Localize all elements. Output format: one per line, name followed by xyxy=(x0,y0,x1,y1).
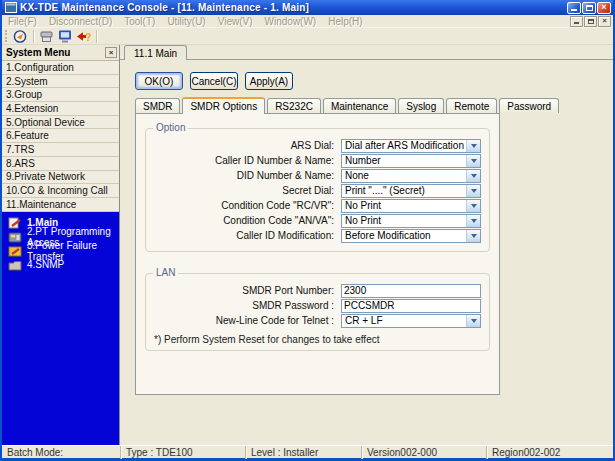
ars-dial-select[interactable]: Dial after ARS Modification xyxy=(341,139,481,153)
selected-value: Dial after ARS Modification xyxy=(342,140,466,151)
main-icon xyxy=(8,217,23,229)
tab-syslog[interactable]: Syslog xyxy=(398,98,444,113)
sidebar-item-configuration[interactable]: 1.Configuration xyxy=(2,61,119,75)
document-tabstrip: 11.1 Main xyxy=(120,45,613,60)
sidebar-item-maintenance[interactable]: 11.Maintenance xyxy=(2,198,119,212)
status-batch-mode: Batch Mode: xyxy=(2,446,120,459)
close-button[interactable]: × xyxy=(597,2,611,14)
sidebar-item-ars[interactable]: 8.ARS xyxy=(2,157,119,171)
toolbar: ? xyxy=(2,28,613,45)
chevron-down-icon xyxy=(471,234,477,238)
sidebar-item-feature[interactable]: 6.Feature xyxy=(2,129,119,143)
field-label: Condition Code "AN/VA": xyxy=(146,215,338,226)
condition-code-rcvr-select[interactable]: No Print xyxy=(341,199,481,213)
maintenance-main-form: OK(O) Cancel(C) Apply(A) SMDR SMDR Optio… xyxy=(120,60,613,445)
combo-dropdown-button[interactable] xyxy=(466,140,480,152)
mdi-minimize-button[interactable] xyxy=(570,16,583,27)
restore-icon xyxy=(586,5,593,11)
close-icon: × xyxy=(602,17,607,25)
tab-rs232c[interactable]: RS232C xyxy=(267,98,321,113)
menu-utility[interactable]: Utility(U) xyxy=(161,16,211,27)
document-tab-11-1-main[interactable]: 11.1 Main xyxy=(124,45,187,60)
combo-dropdown-button[interactable] xyxy=(466,185,480,197)
tab-smdr[interactable]: SMDR xyxy=(135,98,180,113)
combo-dropdown-button[interactable] xyxy=(466,200,480,212)
sidebar-item-private-network[interactable]: 9.Private Network xyxy=(2,171,119,185)
restore-button[interactable] xyxy=(582,2,596,14)
caller-id-modification-select[interactable]: Before Modification xyxy=(341,229,481,243)
ok-button[interactable]: OK(O) xyxy=(135,72,183,90)
field-label: SMDR Password : xyxy=(146,300,338,311)
menu-window[interactable]: Window(W) xyxy=(259,16,323,27)
window-title: KX-TDE Maintenance Console - [11. Mainte… xyxy=(20,2,566,13)
status-region: Region002-002 xyxy=(486,446,613,459)
menu-file[interactable]: File(F) xyxy=(2,16,43,27)
chevron-down-icon xyxy=(471,174,477,178)
sidebar-close-button[interactable]: × xyxy=(105,47,117,58)
copy-icon[interactable] xyxy=(38,29,56,44)
close-icon: × xyxy=(601,3,606,12)
tab-remote[interactable]: Remote xyxy=(446,98,497,113)
mdi-restore-button[interactable] xyxy=(584,16,597,27)
menu-help[interactable]: Help(H) xyxy=(322,16,368,27)
title-bar: KX-TDE Maintenance Console - [11. Mainte… xyxy=(2,0,613,15)
chevron-down-icon xyxy=(471,319,477,323)
combo-dropdown-button[interactable] xyxy=(466,315,480,327)
cancel-button[interactable]: Cancel(C) xyxy=(190,72,238,90)
sidebar-item-trs[interactable]: 7.TRS xyxy=(2,143,119,157)
menu-view[interactable]: View(V) xyxy=(212,16,259,27)
did-number-name-select[interactable]: None xyxy=(341,169,481,183)
sidebar-item-system[interactable]: 2.System xyxy=(2,75,119,89)
status-level: Level : Installer xyxy=(245,446,361,459)
field-label: Caller ID Modification: xyxy=(146,230,338,241)
toolbar-separator xyxy=(96,30,97,43)
selected-value: No Print xyxy=(342,215,466,226)
combo-dropdown-button[interactable] xyxy=(466,155,480,167)
field-label: Condition Code "RC/VR": xyxy=(146,200,338,211)
tab-maintenance[interactable]: Maintenance xyxy=(323,98,396,113)
combo-dropdown-button[interactable] xyxy=(466,230,480,242)
combo-dropdown-button[interactable] xyxy=(466,170,480,182)
condition-code-anva-select[interactable]: No Print xyxy=(341,214,481,228)
submenu-item-power-failure-transfer[interactable]: 3.Power Failure Transfer xyxy=(2,244,119,258)
chevron-down-icon xyxy=(471,159,477,163)
mdi-window-buttons: × xyxy=(570,16,613,27)
exit-help-icon[interactable]: ? xyxy=(74,29,92,44)
selected-value: No Print xyxy=(342,200,466,211)
smdr-password-input[interactable] xyxy=(341,299,481,313)
lan-group-title: LAN xyxy=(153,267,178,278)
option-groupbox: Option ARS Dial: Dial after ARS Modifica… xyxy=(145,128,490,252)
sidebar-item-group[interactable]: 3.Group xyxy=(2,88,119,102)
tab-password[interactable]: Password xyxy=(499,98,559,113)
secret-dial-select[interactable]: Print "...." (Secret) xyxy=(341,184,481,198)
new-line-code-telnet-select[interactable]: CR + LF xyxy=(341,314,481,328)
mdi-close-button[interactable]: × xyxy=(598,16,611,27)
submenu-item-label: 4.SNMP xyxy=(27,259,64,270)
smdr-port-number-input[interactable] xyxy=(341,284,481,298)
sidebar-title: System Menu xyxy=(6,47,105,58)
field-label: SMDR Port Number: xyxy=(146,285,338,296)
sidebar-item-optional-device[interactable]: 5.Optional Device xyxy=(2,116,119,130)
settings-tabstrip: SMDR SMDR Options RS232C Maintenance Sys… xyxy=(132,96,613,113)
caller-id-number-name-select[interactable]: Number xyxy=(341,154,481,168)
minimize-button[interactable] xyxy=(567,2,581,14)
sidebar-item-extension[interactable]: 4.Extension xyxy=(2,102,119,116)
field-label: New-Line Code for Telnet : xyxy=(146,315,338,326)
chevron-down-icon xyxy=(471,204,477,208)
connect-icon[interactable] xyxy=(11,29,29,44)
menu-tool[interactable]: Tool(T) xyxy=(118,16,161,27)
field-row-caller-id-number-name: Caller ID Number & Name: Number xyxy=(146,153,489,168)
minimize-icon xyxy=(574,22,579,24)
sidebar-item-co-incoming-call[interactable]: 10.CO & Incoming Call xyxy=(2,184,119,198)
menu-disconnect[interactable]: Disconnect(D) xyxy=(43,16,118,27)
maintenance-submenu: 1.Main 2.PT Programming Access 3.Po xyxy=(2,212,119,445)
status-version: Version002-000 xyxy=(361,446,486,459)
smdr-options-tabpage: Option ARS Dial: Dial after ARS Modifica… xyxy=(135,113,500,395)
combo-dropdown-button[interactable] xyxy=(466,215,480,227)
app-window: KX-TDE Maintenance Console - [11. Mainte… xyxy=(0,0,615,461)
tab-smdr-options[interactable]: SMDR Options xyxy=(182,97,265,114)
field-row-caller-id-modification: Caller ID Modification: Before Modificat… xyxy=(146,228,489,243)
monitor-icon[interactable] xyxy=(56,29,74,44)
selected-value: Before Modification xyxy=(342,230,466,241)
apply-button[interactable]: Apply(A) xyxy=(245,72,293,90)
